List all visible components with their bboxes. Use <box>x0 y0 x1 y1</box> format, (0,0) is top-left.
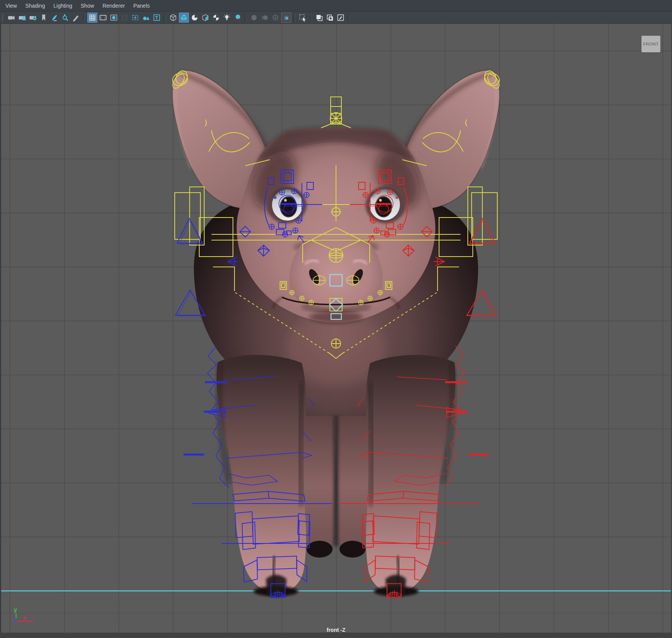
text-tool-icon[interactable]: T <box>152 13 162 23</box>
menu-item-shading[interactable]: Shading <box>21 0 49 11</box>
toolbar-separator <box>293 13 295 22</box>
annotate-icon[interactable] <box>336 13 346 23</box>
axis-indicator: y z x <box>13 606 34 624</box>
toolbar-separator <box>348 13 350 22</box>
shaded-cube-icon[interactable] <box>179 13 189 23</box>
film-gate-icon[interactable] <box>98 13 108 23</box>
toolbar-grip <box>2 13 5 22</box>
pig-hind-legs <box>303 416 369 558</box>
lights-icon[interactable] <box>222 13 232 23</box>
camera-lock-icon[interactable] <box>17 13 27 23</box>
safe-shapes-icon[interactable] <box>141 13 151 23</box>
menu-item-panels[interactable]: Panels <box>129 0 154 11</box>
panel-menu-bar: ViewShadingLightingShowRendererPanels <box>0 0 672 11</box>
menu-item-renderer[interactable]: Renderer <box>98 0 129 11</box>
grid-icon[interactable] <box>87 13 97 23</box>
axis-y-label: y <box>14 606 17 613</box>
3d-viewport[interactable]: y z x FRONT front -Z <box>0 24 672 638</box>
view-axis-label: front -Z <box>327 627 346 633</box>
field-chart-icon[interactable] <box>130 13 140 23</box>
zoom-region-icon[interactable] <box>60 13 70 23</box>
camera-icon[interactable] <box>7 13 16 23</box>
pan-zoom-icon[interactable] <box>49 13 59 23</box>
wire-cube-icon[interactable] <box>168 13 178 23</box>
res-gate-icon[interactable] <box>109 13 119 23</box>
fog-icon[interactable] <box>249 13 259 23</box>
panel-toolbar: T <box>0 11 672 24</box>
scene-canvas[interactable]: y z x <box>0 24 672 638</box>
bookmark-icon[interactable] <box>39 13 49 23</box>
viewport-bottom-edge <box>0 633 672 638</box>
xray-icon[interactable] <box>325 13 335 23</box>
menu-item-lighting[interactable]: Lighting <box>49 0 76 11</box>
camera-gear-icon[interactable] <box>28 13 38 23</box>
grease-pencil-icon[interactable] <box>71 13 81 23</box>
axis-z-label: z <box>13 617 16 624</box>
flat-shade-icon[interactable] <box>190 13 200 23</box>
gate-mask-icon[interactable] <box>120 13 129 23</box>
toolbar-separator <box>83 13 85 22</box>
camera-name-badge[interactable]: FRONT <box>641 36 661 52</box>
toolbar-separator <box>310 13 312 22</box>
toolbar-separator <box>164 13 166 22</box>
shadows-icon[interactable] <box>233 13 243 23</box>
viewport-left-edge <box>0 24 1 638</box>
axis-x-label: x <box>23 614 26 621</box>
textured-icon[interactable] <box>200 13 210 23</box>
svg-text:T: T <box>155 15 158 20</box>
wireframe-on-shaded-icon[interactable] <box>314 13 324 23</box>
ao-icon[interactable] <box>281 13 291 23</box>
menu-item-show[interactable]: Show <box>77 0 98 11</box>
menu-item-view[interactable]: View <box>1 0 21 11</box>
checker-ball-icon[interactable] <box>211 13 221 23</box>
isolate-select-icon[interactable] <box>298 13 308 23</box>
dof-icon[interactable] <box>270 13 280 23</box>
toolbar-separator <box>245 13 247 22</box>
motion-blur-icon[interactable] <box>260 13 270 23</box>
pig-model[interactable] <box>172 70 500 596</box>
